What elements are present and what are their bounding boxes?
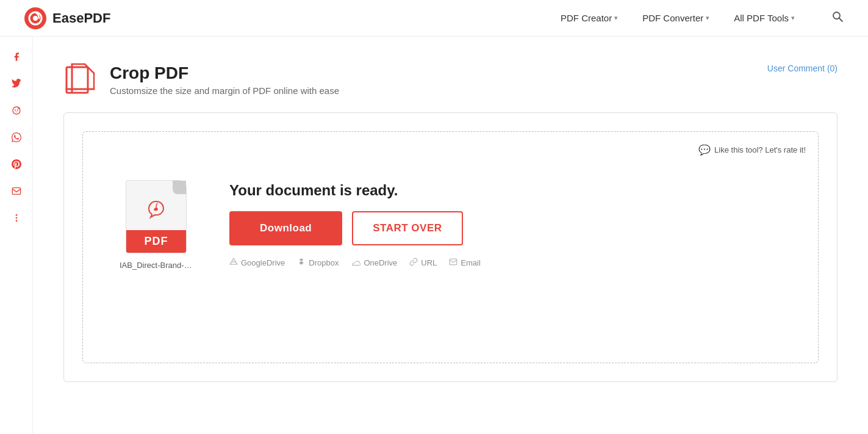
logo-text: EasePDF xyxy=(52,10,110,26)
pdf-icon: PDF xyxy=(126,180,187,253)
comment-icon: 💬 xyxy=(698,144,711,156)
logo-area: EasePDF xyxy=(24,7,110,29)
download-button[interactable]: Download xyxy=(229,211,342,245)
sidebar-reddit[interactable] xyxy=(5,99,28,122)
main-nav: PDF Creator ▾ PDF Converter ▾ All PDF To… xyxy=(561,10,844,26)
action-buttons: Download START OVER xyxy=(229,211,481,245)
pdf-label: PDF xyxy=(126,230,186,253)
pdf-paper: PDF xyxy=(126,180,187,253)
rate-bar: 💬 Like this tool? Let's rate it! xyxy=(95,144,806,156)
svg-point-12 xyxy=(15,217,17,219)
svg-point-2 xyxy=(33,16,38,21)
rate-link[interactable]: Like this tool? Let's rate it! xyxy=(714,145,806,154)
google-drive-icon xyxy=(229,258,238,268)
pdf-fold xyxy=(173,181,186,194)
page-title: Crop PDF xyxy=(110,63,339,83)
export-dropbox[interactable]: Dropbox xyxy=(297,258,339,268)
svg-point-11 xyxy=(15,214,17,216)
export-url[interactable]: URL xyxy=(409,258,437,268)
svg-line-4 xyxy=(839,18,842,21)
svg-point-13 xyxy=(15,220,17,222)
search-button[interactable] xyxy=(831,10,844,26)
ready-text: Your document is ready. xyxy=(229,182,481,199)
action-area: Your document is ready. Download START O… xyxy=(229,182,481,268)
acrobat-symbol xyxy=(145,198,167,225)
user-comment-link[interactable]: User Comment (0) xyxy=(767,63,838,73)
start-over-button[interactable]: START OVER xyxy=(352,211,462,245)
dropbox-icon xyxy=(297,258,306,268)
page-header-left: Crop PDF Customsize the size and margin … xyxy=(63,61,339,98)
sidebar-pinterest[interactable] xyxy=(5,153,28,176)
pdf-filename: IAB_Direct-Brand-Economy-20... xyxy=(120,261,193,270)
crop-pdf-icon xyxy=(63,61,100,98)
export-email[interactable]: Email xyxy=(449,258,481,268)
sidebar-twitter[interactable] xyxy=(5,72,28,95)
svg-point-7 xyxy=(15,109,16,110)
svg-point-3 xyxy=(833,12,840,19)
export-options: GoogleDrive Dropbox OneDri xyxy=(229,258,481,268)
social-sidebar xyxy=(0,37,33,407)
page-header: Crop PDF Customsize the size and margin … xyxy=(63,61,838,98)
page-title-area: Crop PDF Customsize the size and margin … xyxy=(110,63,339,96)
chevron-down-icon: ▾ xyxy=(614,14,618,22)
export-google-drive[interactable]: GoogleDrive xyxy=(229,258,285,268)
inner-dashed-box: 💬 Like this tool? Let's rate it! xyxy=(82,131,819,363)
tool-container: 💬 Like this tool? Let's rate it! xyxy=(63,112,838,382)
export-onedrive[interactable]: OneDrive xyxy=(351,258,397,268)
content-area: PDF IAB_Direct-Brand-Economy-20... Your … xyxy=(95,174,806,276)
sidebar-email[interactable] xyxy=(5,179,28,203)
pdf-file-preview: PDF IAB_Direct-Brand-Economy-20... xyxy=(120,180,193,270)
email-icon xyxy=(449,258,457,268)
nav-all-pdf-tools[interactable]: All PDF Tools ▾ xyxy=(734,13,795,23)
sidebar-more[interactable] xyxy=(5,206,28,230)
main-content: Crop PDF Customsize the size and margin … xyxy=(33,37,868,407)
svg-rect-10 xyxy=(12,188,20,195)
onedrive-icon xyxy=(351,258,360,268)
header: EasePDF PDF Creator ▾ PDF Converter ▾ Al… xyxy=(0,0,868,37)
chevron-down-icon: ▾ xyxy=(706,14,709,22)
logo-icon xyxy=(24,7,46,29)
page-subtitle: Customsize the size and margin of PDF on… xyxy=(110,85,339,96)
svg-point-8 xyxy=(17,109,18,110)
sidebar-facebook[interactable] xyxy=(5,45,28,68)
chevron-down-icon: ▾ xyxy=(791,14,795,22)
nav-pdf-creator[interactable]: PDF Creator ▾ xyxy=(561,13,618,23)
sidebar-whatsapp[interactable] xyxy=(5,126,28,149)
nav-pdf-converter[interactable]: PDF Converter ▾ xyxy=(642,13,709,23)
url-icon xyxy=(409,258,418,268)
